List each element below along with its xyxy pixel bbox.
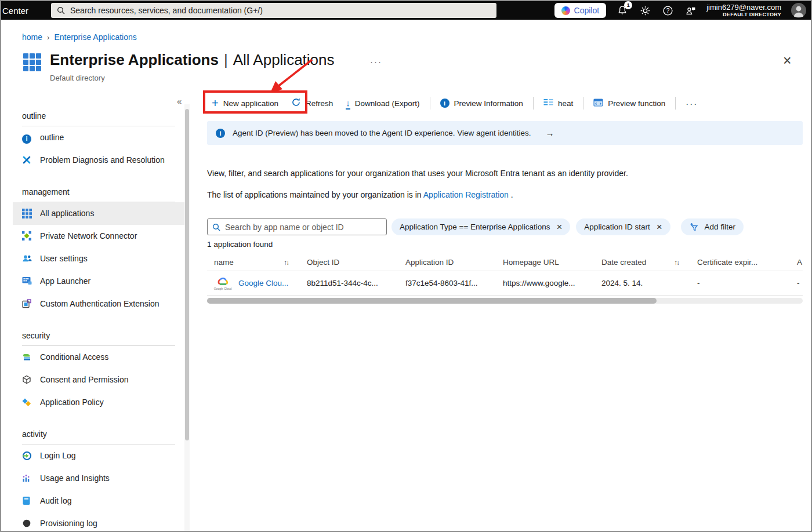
column-header-object-id[interactable]: Object ID: [300, 258, 398, 267]
remove-filter-icon[interactable]: ×: [657, 222, 662, 232]
launcher-icon: [22, 276, 32, 287]
account-info[interactable]: jimin6279@naver.com DEFAULT DIRECTORY: [706, 3, 781, 18]
heat-button[interactable]: heat: [537, 93, 579, 113]
app-search-input[interactable]: Search by app name or object ID: [207, 218, 387, 235]
more-button[interactable]: ···: [679, 93, 704, 113]
breadcrumb-enterprise-applications[interactable]: Enterprise Applications: [54, 32, 136, 42]
user-email: jimin6279@naver.com: [706, 3, 781, 12]
column-header-a[interactable]: A: [790, 258, 803, 267]
toolbar-button-label: ···: [686, 99, 698, 108]
column-header-name[interactable]: name↑↓: [207, 258, 300, 267]
filter-pill-application-id-start[interactable]: Application ID start×: [576, 218, 670, 235]
banner-text: Agent ID (Preview) has been moved to the…: [233, 129, 531, 137]
close-blade-button[interactable]: ×: [783, 53, 792, 68]
column-header-date-created[interactable]: Date created↑↓: [594, 258, 690, 267]
info-icon: i: [440, 99, 449, 108]
screen: Center Search resources, services, and d…: [0, 0, 812, 532]
sidebar-item-outline[interactable]: ioutline: [13, 126, 184, 149]
sidebar-item-application-policy[interactable]: Application Policy: [13, 391, 184, 414]
horizontal-scrollbar-thumb[interactable]: [207, 298, 657, 304]
sidebar-item-login-log[interactable]: Login Log: [13, 444, 184, 467]
column-header-application-id[interactable]: Application ID: [398, 258, 496, 267]
sidebar-item-user-settings[interactable]: User settings: [13, 247, 184, 270]
cell-value: -: [697, 279, 700, 287]
tools-icon: [22, 155, 32, 166]
toolbar-divider: [430, 97, 430, 110]
toolbar-button-label: Refresh: [306, 99, 333, 108]
applications-table: name↑↓Object IDApplication IDHomepage UR…: [207, 254, 803, 304]
horizontal-scrollbar-track[interactable]: [207, 298, 803, 304]
download-export-button[interactable]: ↓Download (Export): [339, 93, 426, 113]
global-search-input[interactable]: Search resources, services, and document…: [51, 3, 496, 18]
cell-value: f37c1e54-8603-41f...: [405, 279, 478, 287]
audit-icon: [22, 496, 32, 507]
policy-icon: [22, 398, 32, 408]
arrow-right-icon[interactable]: →: [546, 128, 554, 138]
table-row[interactable]: Google CloudGoogle Clou...8b211d51-344c-…: [207, 271, 803, 296]
window-title: Center: [2, 6, 28, 16]
plus-icon: +: [212, 97, 219, 109]
sidebar-item-conditional-access[interactable]: Conditional Access: [13, 346, 184, 369]
sidebar-item-provisioning-log[interactable]: Provisioning log: [13, 512, 184, 532]
copilot-button[interactable]: Copilot: [554, 3, 607, 18]
topbar: Center Search resources, services, and d…: [1, 1, 811, 20]
notifications-button[interactable]: 1: [616, 4, 629, 17]
toolbar-divider: [533, 97, 534, 110]
app-search-placeholder: Search by app name or object ID: [225, 223, 344, 232]
table-header-row: name↑↓Object IDApplication IDHomepage UR…: [207, 254, 803, 271]
new-application-button[interactable]: +New application: [205, 93, 285, 113]
preview-function-button[interactable]: Preview function: [587, 93, 672, 113]
info-icon: i: [22, 133, 32, 143]
sidebar-item-label: Problem Diagnosis and Resolution: [40, 155, 165, 166]
settings-button[interactable]: [639, 4, 651, 17]
sidebar-section-header: security: [22, 331, 175, 346]
feedback-button[interactable]: [684, 4, 697, 17]
toolbar-button-label: heat: [558, 99, 573, 108]
page-title: Enterprise Applications|All Applications: [50, 51, 335, 69]
sidebar-item-label: Application Policy: [40, 397, 104, 408]
sidebar-item-label: outline: [40, 132, 64, 143]
app-logo-caption: Google Cloud: [214, 287, 232, 290]
refresh-icon: [291, 97, 301, 109]
filter-pills: Application Type == Enterprise Applicati…: [392, 218, 670, 235]
sidebar-item-label: Usage and Insights: [40, 473, 110, 484]
description-line1: View, filter, and search applications fo…: [207, 169, 628, 178]
sidebar-item-label: Login Log: [40, 450, 76, 461]
sidebar-item-audit-log[interactable]: Audit log: [13, 490, 184, 512]
sort-icon[interactable]: ↑↓: [284, 258, 288, 267]
refresh-button[interactable]: Refresh: [285, 93, 339, 113]
sidebar-item-consent-and-permission[interactable]: Consent and Permission: [13, 369, 184, 391]
add-filter-button[interactable]: Add filter: [681, 218, 744, 235]
breadcrumb-home[interactable]: home: [22, 32, 42, 42]
help-button[interactable]: ?: [661, 4, 674, 17]
sidebar-scrollbar-thumb[interactable]: [185, 109, 189, 440]
preview-information-button[interactable]: iPreview Information: [434, 93, 530, 113]
column-header-certificate-expir[interactable]: Certificate expir...: [690, 258, 790, 267]
column-header-label: name: [214, 258, 234, 267]
sidebar-item-all-applications[interactable]: All applications: [13, 202, 184, 225]
filter-row: Search by app name or object ID Applicat…: [207, 218, 744, 235]
sidebar-section-management: managementAll applicationsPrivate Networ…: [13, 187, 184, 315]
sidebar-item-usage-and-insights[interactable]: Usage and Insights: [13, 467, 184, 490]
sidebar-item-app-launcher[interactable]: App Launcher: [13, 270, 184, 293]
column-header-homepage-url[interactable]: Homepage URL: [496, 258, 594, 267]
remove-filter-icon[interactable]: ×: [556, 222, 562, 232]
command-bar: +New applicationRefresh↓Download (Export…: [205, 92, 704, 115]
sidebar-item-problem-diagnosis-and-resolution[interactable]: Problem Diagnosis and Resolution: [13, 149, 184, 172]
enterprise-apps-icon: [23, 53, 41, 71]
title-more-button[interactable]: ···: [370, 57, 382, 67]
login-icon: [22, 451, 32, 461]
sidebar-item-custom-authentication-extension[interactable]: Custom Authentication Extension: [13, 293, 184, 315]
cell-last: -: [790, 279, 803, 287]
chart-icon: [22, 473, 32, 484]
app-name-link[interactable]: Google Clou...: [238, 279, 288, 287]
cell-date-created: 2024. 5. 14.: [594, 279, 690, 287]
filter-pill-application-type-enterprise-ap[interactable]: Application Type == Enterprise Applicati…: [392, 218, 570, 235]
sidebar-item-private-network-connector[interactable]: Private Network Connector: [13, 225, 184, 247]
application-registration-link[interactable]: Application Registration: [423, 190, 509, 199]
toolbar-button-label: New application: [223, 99, 278, 108]
avatar[interactable]: [791, 3, 806, 18]
sort-icon[interactable]: ↑↓: [674, 258, 679, 267]
info-banner: i Agent ID (Preview) has been moved to t…: [207, 121, 803, 145]
gear-icon: [640, 5, 651, 16]
